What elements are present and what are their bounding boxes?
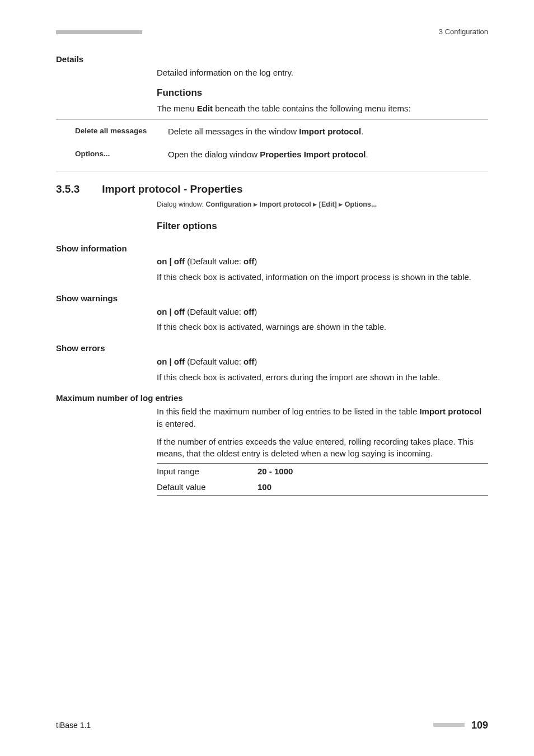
functions-menu-table: Delete all messages Delete all messages … xyxy=(56,120,488,167)
term-max-log-entries: Maximum number of log entries xyxy=(56,392,488,404)
functions-heading: Functions xyxy=(157,86,488,100)
term-show-information: Show information xyxy=(56,242,488,255)
page-number: 109 xyxy=(471,718,488,732)
functions-intro: The menu Edit beneath the table contains… xyxy=(157,102,488,115)
menu-row: Delete all messages Delete all messages … xyxy=(56,120,488,143)
section-heading: 3.5.3 Import protocol - Properties xyxy=(56,181,488,197)
dialog-path: Dialog window: Configuration ▶ Import pr… xyxy=(157,199,488,209)
term-show-errors: Show errors xyxy=(56,342,488,354)
onoff-line: on | off (Default value: off) xyxy=(157,306,488,318)
maxlog-p1: In this field the maximum number of log … xyxy=(157,405,488,430)
filter-options-heading: Filter options xyxy=(157,220,488,234)
input-range-label: Input range xyxy=(157,464,257,479)
range-table: Input range 20 - 1000 Default value 100 xyxy=(157,463,488,496)
term-details: Details xyxy=(56,53,488,66)
footer-right: 109 xyxy=(433,718,488,732)
default-value: 100 xyxy=(257,479,488,495)
divider xyxy=(56,171,488,171)
details-text: Detailed information on the log entry. xyxy=(157,67,488,79)
default-value-label: Default value xyxy=(157,479,257,495)
footer-left: tiBase 1.1 xyxy=(56,720,91,731)
onoff-line: on | off (Default value: off) xyxy=(157,255,488,268)
menu-label: Delete all messages xyxy=(56,125,168,137)
footer-ornament xyxy=(433,723,465,727)
header-chapter: 3 Configuration xyxy=(439,27,488,38)
menu-row: Options... Open the dialog window Proper… xyxy=(56,143,488,166)
triangle-icon: ▶ xyxy=(254,202,257,207)
maxlog-p2: If the number of entries exceeds the val… xyxy=(157,436,488,460)
section-title: Import protocol - Properties xyxy=(102,181,242,197)
show-errors-desc: If this check box is activated, errors d… xyxy=(157,371,488,384)
input-range-value: 20 - 1000 xyxy=(257,464,488,479)
term-show-warnings: Show warnings xyxy=(56,292,488,305)
functions-intro-post: beneath the table contains the following… xyxy=(213,104,411,113)
onoff-line: on | off (Default value: off) xyxy=(157,356,488,368)
triangle-icon: ▶ xyxy=(313,202,317,207)
show-information-desc: If this check box is activated, informat… xyxy=(157,271,488,283)
functions-intro-bold: Edit xyxy=(197,104,213,113)
triangle-icon: ▶ xyxy=(339,202,343,207)
page-header: 3 Configuration xyxy=(56,27,488,38)
menu-desc: Open the dialog window Properties Import… xyxy=(168,148,488,161)
header-ornament-left xyxy=(56,30,142,34)
menu-label: Options... xyxy=(56,148,168,160)
functions-intro-pre: The menu xyxy=(157,104,197,113)
dialog-path-label: Dialog window: xyxy=(157,200,206,208)
menu-desc: Delete all messages in the window Import… xyxy=(168,125,488,138)
show-warnings-desc: If this check box is activated, warnings… xyxy=(157,321,488,333)
section-number: 3.5.3 xyxy=(56,181,79,197)
page-footer: tiBase 1.1 109 xyxy=(56,718,488,732)
